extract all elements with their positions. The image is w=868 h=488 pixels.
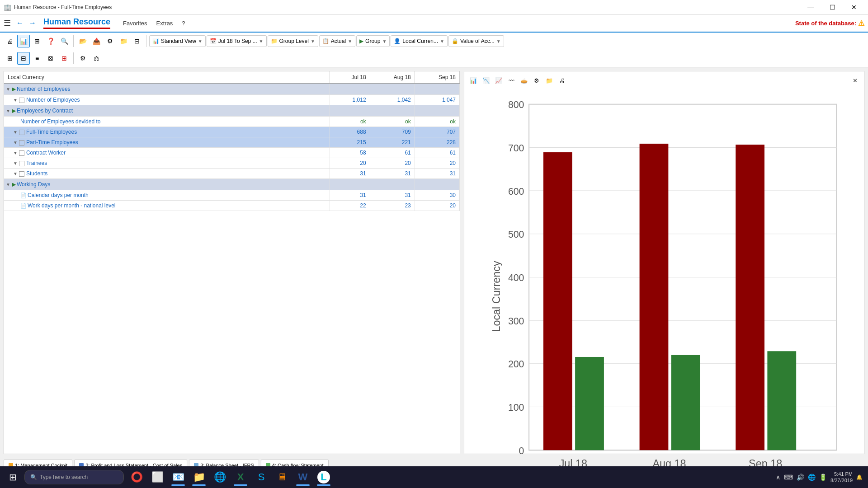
group-level-label: Group Level bbox=[279, 38, 309, 44]
chart-svg: Local Currency 800 700 600 500 400 bbox=[491, 94, 856, 488]
tb2-btn2[interactable]: ⊟ bbox=[17, 52, 30, 65]
expand-icon[interactable]: ▼ bbox=[13, 171, 18, 176]
row-value-col1 bbox=[370, 105, 415, 117]
group-level-dropdown[interactable]: 📁 Group Level ▼ bbox=[268, 35, 318, 47]
expand-icon[interactable]: ▼ bbox=[13, 130, 18, 135]
row-label-number-of-employees-header[interactable]: ▼▶Number of Employees bbox=[4, 84, 330, 95]
actual-dropdown[interactable]: 📋 Actual ▼ bbox=[319, 35, 355, 47]
menu-favorites[interactable]: Favorites bbox=[119, 18, 151, 28]
standard-view-dropdown[interactable]: 📊 Standard View ▼ bbox=[149, 35, 206, 47]
taskbar-up-arrow[interactable]: ∧ bbox=[776, 474, 780, 481]
help-button[interactable]: ❓ bbox=[44, 35, 57, 47]
checkbox-icon[interactable] bbox=[19, 140, 24, 145]
expand-icon[interactable]: ▼ bbox=[13, 98, 18, 103]
taskbar-excel[interactable]: X bbox=[231, 467, 250, 487]
tb2-btn3[interactable]: ≡ bbox=[31, 52, 43, 65]
date-range-dropdown[interactable]: 📅 Jul 18 To Sep ... ▼ bbox=[207, 35, 267, 47]
forward-button[interactable]: → bbox=[27, 17, 38, 29]
taskbar-notification[interactable]: 🔔 bbox=[856, 474, 863, 480]
print-button[interactable]: 🖨 bbox=[4, 35, 16, 47]
taskbar-unknown[interactable]: L bbox=[314, 467, 334, 487]
row-label-number-of-employees-row[interactable]: ▼Number of Employees bbox=[4, 95, 330, 105]
row-label-number-devided[interactable]: Number of Employees devided to bbox=[4, 117, 330, 127]
hamburger-menu[interactable]: ☰ bbox=[4, 18, 11, 28]
taskbar-taskview[interactable]: ⬜ bbox=[147, 467, 167, 487]
grid-view-button[interactable]: ⊟ bbox=[131, 35, 143, 47]
group-dropdown[interactable]: ▶ Group ▼ bbox=[356, 35, 390, 47]
svg-text:Local Currency: Local Currency bbox=[491, 261, 502, 332]
row-label-working-days-header[interactable]: ▼▶Working Days bbox=[4, 179, 330, 190]
taskbar-right: ∧ ⌨ 🔊 🌐 🔋 5:41 PM 8/27/2019 🔔 bbox=[776, 471, 866, 484]
tb2-btn5[interactable]: ⊞ bbox=[58, 52, 71, 65]
expand-icon[interactable]: ▼ bbox=[13, 140, 18, 145]
chart-bar-aug-fulltime bbox=[640, 144, 669, 450]
chart-pie-icon[interactable]: 🥧 bbox=[519, 75, 529, 86]
taskbar-outlook[interactable]: 📧 bbox=[168, 467, 188, 487]
warning-icon: ⚠ bbox=[858, 19, 864, 28]
chart-save-icon[interactable]: 📁 bbox=[544, 75, 555, 86]
expand-icon[interactable]: ▼ bbox=[6, 108, 10, 113]
taskbar-battery: 🔋 bbox=[819, 474, 827, 481]
taskbar-search[interactable]: 🔍 Type here to search bbox=[24, 470, 124, 484]
row-label-calendar-days[interactable]: 📄Calendar days per month bbox=[4, 190, 330, 201]
checkbox-icon[interactable] bbox=[19, 161, 24, 166]
local-currency-dropdown[interactable]: 👤 Local Curren... ▼ bbox=[391, 35, 448, 47]
checkbox-icon[interactable] bbox=[19, 171, 24, 177]
taskbar-chrome[interactable]: 🌐 bbox=[210, 467, 230, 487]
chart-close-button[interactable]: ✕ bbox=[849, 75, 860, 86]
expand-icon[interactable]: ▼ bbox=[13, 161, 18, 166]
folder-button[interactable]: 📁 bbox=[117, 35, 130, 47]
row-label-students[interactable]: ▼Students bbox=[4, 169, 330, 179]
tb2-settings[interactable]: ⚙ bbox=[76, 52, 89, 65]
start-button[interactable]: ⊞ bbox=[2, 466, 24, 488]
checkbox-icon[interactable] bbox=[19, 98, 24, 103]
checkbox-icon[interactable] bbox=[19, 130, 24, 135]
tb2-btn1[interactable]: ⊞ bbox=[4, 52, 16, 65]
chart-area-icon[interactable]: 〰 bbox=[506, 75, 517, 86]
minimize-button[interactable]: — bbox=[800, 0, 821, 14]
taskbar-volume[interactable]: 🔊 bbox=[797, 474, 804, 481]
maximize-button[interactable]: ☐ bbox=[822, 0, 843, 14]
row-label-work-days[interactable]: 📄Work days per month - national level bbox=[4, 201, 330, 211]
taskbar-time[interactable]: 5:41 PM 8/27/2019 bbox=[830, 471, 853, 484]
tb2-balance[interactable]: ⚖ bbox=[90, 52, 103, 65]
expand-icon[interactable]: ▼ bbox=[6, 87, 10, 92]
green-arrow-icon: ▶ bbox=[12, 108, 16, 114]
taskbar-skype[interactable]: S bbox=[251, 467, 271, 487]
menu-help[interactable]: ? bbox=[178, 18, 189, 28]
row-label-part-time[interactable]: ▼Part-Time Employees bbox=[4, 137, 330, 148]
chart-line-icon[interactable]: 📈 bbox=[493, 75, 504, 86]
taskbar-cortana[interactable]: ⭕ bbox=[127, 467, 146, 487]
checkbox-icon[interactable] bbox=[19, 150, 24, 156]
expand-icon[interactable]: ▼ bbox=[6, 182, 10, 187]
row-value-col0: 58 bbox=[330, 148, 370, 158]
tb2-btn4[interactable]: ⊠ bbox=[44, 52, 57, 65]
open-button[interactable]: 📂 bbox=[76, 35, 89, 47]
view-table-button[interactable]: 📊 bbox=[17, 35, 30, 47]
upload-button[interactable]: 📤 bbox=[90, 35, 103, 47]
search-button[interactable]: 🔍 bbox=[58, 35, 71, 47]
value-acc-dropdown[interactable]: 🔒 Value of Acc... ▼ bbox=[448, 35, 504, 47]
back-button[interactable]: ← bbox=[14, 17, 25, 29]
chart-bar-jul-fulltime bbox=[543, 152, 572, 450]
group-label: Group bbox=[365, 38, 380, 44]
local-currency-label: Local Curren... bbox=[402, 38, 438, 44]
row-label-trainees[interactable]: ▼Trainees bbox=[4, 158, 330, 169]
close-button[interactable]: ✕ bbox=[844, 0, 864, 14]
chart-settings-icon[interactable]: ⚙ bbox=[531, 75, 542, 86]
expand-icon[interactable]: ▼ bbox=[13, 150, 18, 155]
chart-bar2-icon[interactable]: 📉 bbox=[481, 75, 491, 86]
taskbar-network[interactable]: 🌐 bbox=[808, 474, 816, 481]
taskbar-rdp[interactable]: 🖥 bbox=[272, 467, 292, 487]
row-label-full-time[interactable]: ▼Full-Time Employees bbox=[4, 127, 330, 137]
row-label-contract-worker[interactable]: ▼Contract Worker bbox=[4, 148, 330, 158]
toolbar: 🖨 📊 ⊞ ❓ 🔍 📂 📤 ⚙ 📁 ⊟ 📊 Standard View ▼ 📅 … bbox=[0, 33, 868, 67]
taskbar-explorer[interactable]: 📁 bbox=[189, 467, 209, 487]
menu-extras[interactable]: Extras bbox=[153, 18, 177, 28]
chart-print-icon[interactable]: 🖨 bbox=[557, 75, 567, 86]
row-label-employees-by-contract-header[interactable]: ▼▶Employees by Contract bbox=[4, 105, 330, 117]
chart-bar-icon[interactable]: 📊 bbox=[468, 75, 479, 86]
view-grid-button[interactable]: ⊞ bbox=[31, 35, 43, 47]
taskbar-word[interactable]: W bbox=[293, 467, 313, 487]
settings-button[interactable]: ⚙ bbox=[104, 35, 116, 47]
